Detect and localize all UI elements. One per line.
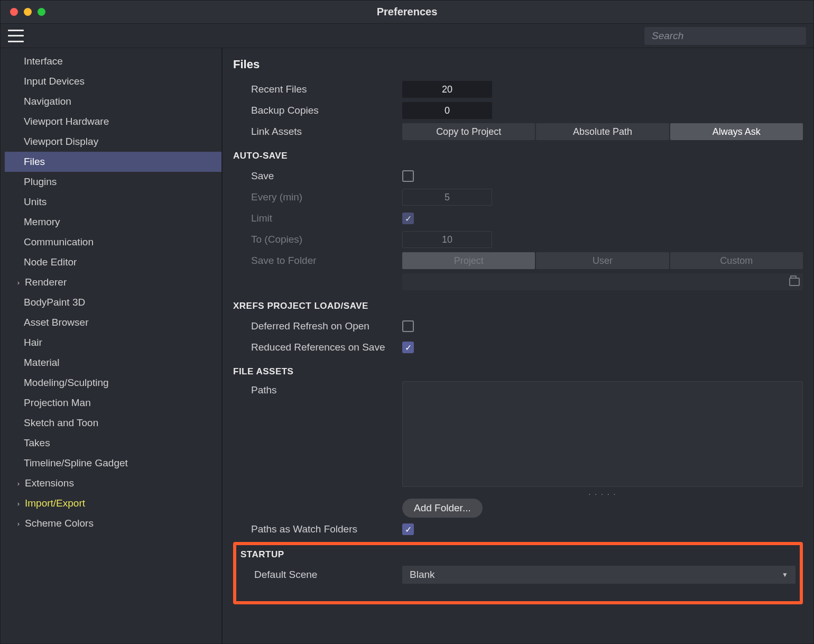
sidebar-item-label: Scheme Colors — [25, 518, 94, 529]
sidebar-item-bodypaint-3d[interactable]: BodyPaint 3D — [5, 292, 221, 312]
sidebar: InterfaceInput DevicesNavigationViewport… — [1, 48, 223, 643]
sidebar-item-label: Plugins — [24, 176, 57, 188]
sidebar-item-projection-man[interactable]: Projection Man — [5, 393, 221, 413]
minimize-window-button[interactable] — [24, 8, 32, 16]
sidebar-item-units[interactable]: Units — [5, 192, 221, 212]
xrefs-deferred-label: Deferred Refresh on Open — [233, 320, 397, 332]
sidebar-item-label: Modeling/Sculpting — [24, 377, 109, 389]
sidebar-item-label: Communication — [24, 236, 94, 248]
xrefs-deferred-checkbox[interactable] — [402, 320, 414, 332]
sidebar-item-label: Hair — [24, 337, 42, 348]
backup-copies-input[interactable] — [402, 102, 492, 119]
sidebar-item-import-export[interactable]: ›Import/Export — [5, 493, 221, 513]
xrefs-reduced-label: Reduced References on Save — [233, 342, 397, 353]
startup-head: STARTUP — [240, 549, 796, 560]
sidebar-item-communication[interactable]: Communication — [5, 232, 221, 252]
sidebar-item-files[interactable]: Files — [5, 152, 221, 172]
maximize-window-button[interactable] — [38, 8, 45, 16]
link-assets-label: Link Assets — [233, 126, 397, 137]
backup-copies-label: Backup Copies — [233, 105, 397, 116]
sidebar-item-label: Viewport Display — [24, 136, 98, 148]
chevron-down-icon: ▼ — [782, 571, 788, 578]
chevron-right-icon: › — [14, 279, 23, 287]
seg-project[interactable]: Project — [402, 252, 535, 269]
sidebar-item-label: Projection Man — [24, 397, 91, 409]
sidebar-item-label: Material — [24, 357, 60, 369]
autosave-every-label: Every (min) — [233, 191, 397, 203]
autosave-limit-label: Limit — [233, 213, 397, 224]
seg-user[interactable]: User — [536, 252, 669, 269]
startup-highlight: STARTUP Default Scene Blank ▼ — [233, 542, 803, 604]
default-scene-label: Default Scene — [240, 569, 397, 581]
sidebar-item-plugins[interactable]: Plugins — [5, 172, 221, 192]
recent-files-label: Recent Files — [233, 84, 397, 95]
autosave-folder-label: Save to Folder — [233, 255, 397, 266]
sidebar-item-input-devices[interactable]: Input Devices — [5, 71, 221, 91]
paths-listbox[interactable] — [402, 381, 803, 487]
autosave-save-checkbox[interactable] — [402, 170, 414, 182]
resize-handle[interactable]: . . . . . — [402, 488, 803, 496]
sidebar-item-label: Extensions — [25, 477, 74, 489]
menu-icon[interactable] — [8, 30, 24, 42]
close-window-button[interactable] — [10, 8, 18, 16]
toolbar — [1, 24, 813, 48]
sidebar-item-node-editor[interactable]: Node Editor — [5, 252, 221, 272]
sidebar-item-viewport-display[interactable]: Viewport Display — [5, 132, 221, 152]
sidebar-item-label: Memory — [24, 216, 60, 228]
titlebar: Preferences — [1, 1, 813, 24]
sidebar-item-takes[interactable]: Takes — [5, 433, 221, 453]
sidebar-item-viewport-hardware[interactable]: Viewport Hardware — [5, 112, 221, 132]
sidebar-item-label: Timeline/Spline Gadget — [24, 457, 128, 469]
sidebar-item-label: Import/Export — [25, 498, 85, 509]
autosave-head: AUTO-SAVE — [233, 151, 803, 161]
sidebar-item-label: BodyPaint 3D — [24, 297, 85, 308]
sidebar-item-sketch-and-toon[interactable]: Sketch and Toon — [5, 413, 221, 433]
sidebar-item-label: Sketch and Toon — [24, 417, 98, 429]
recent-files-input[interactable] — [402, 81, 492, 98]
sidebar-item-label: Input Devices — [24, 76, 85, 87]
sidebar-item-timeline-spline-gadget[interactable]: Timeline/Spline Gadget — [5, 453, 221, 473]
panel-title: Files — [233, 58, 803, 71]
autosave-tocopies-label: To (Copies) — [233, 234, 397, 245]
default-scene-dropdown[interactable]: Blank ▼ — [402, 566, 796, 584]
sidebar-item-scheme-colors[interactable]: ›Scheme Colors — [5, 513, 221, 533]
autosave-save-label: Save — [233, 170, 397, 182]
paths-label: Paths — [233, 381, 397, 396]
sidebar-item-modeling-sculpting[interactable]: Modeling/Sculpting — [5, 373, 221, 393]
sidebar-item-material[interactable]: Material — [5, 353, 221, 373]
add-folder-button[interactable]: Add Folder... — [402, 499, 483, 518]
autosave-folder-path[interactable] — [402, 273, 803, 290]
sidebar-item-memory[interactable]: Memory — [5, 212, 221, 232]
main-panel: Files Recent Files Backup Copies Link As… — [223, 48, 813, 643]
sidebar-item-interface[interactable]: Interface — [5, 51, 221, 71]
xrefs-reduced-checkbox[interactable]: ✓ — [402, 342, 414, 353]
sidebar-item-label: Files — [24, 156, 45, 168]
seg-absolute-path[interactable]: Absolute Path — [536, 123, 669, 140]
sidebar-item-label: Asset Browser — [24, 317, 88, 328]
seg-always-ask[interactable]: Always Ask — [670, 123, 803, 140]
sidebar-item-label: Viewport Hardware — [24, 116, 109, 127]
sidebar-item-hair[interactable]: Hair — [5, 333, 221, 353]
autosave-every-input[interactable] — [402, 189, 492, 206]
fileassets-head: FILE ASSETS — [233, 366, 803, 377]
sidebar-item-label: Renderer — [25, 277, 67, 288]
sidebar-item-label: Navigation — [24, 96, 71, 107]
window-title: Preferences — [1, 6, 813, 18]
autosave-limit-checkbox[interactable]: ✓ — [402, 213, 414, 224]
search-input[interactable] — [644, 27, 806, 45]
sidebar-item-renderer[interactable]: ›Renderer — [5, 272, 221, 292]
default-scene-value: Blank — [410, 569, 435, 581]
sidebar-item-label: Node Editor — [24, 256, 77, 268]
sidebar-item-asset-browser[interactable]: Asset Browser — [5, 312, 221, 333]
chevron-right-icon: › — [14, 480, 23, 487]
seg-custom[interactable]: Custom — [670, 252, 803, 269]
autosave-tocopies-input[interactable] — [402, 231, 492, 248]
folder-icon — [789, 278, 800, 286]
sidebar-item-navigation[interactable]: Navigation — [5, 91, 221, 112]
seg-copy-to-project[interactable]: Copy to Project — [402, 123, 535, 140]
sidebar-item-extensions[interactable]: ›Extensions — [5, 473, 221, 493]
sidebar-item-label: Interface — [24, 56, 63, 67]
paths-watch-checkbox[interactable]: ✓ — [402, 523, 414, 535]
sidebar-item-label: Takes — [24, 437, 50, 449]
chevron-right-icon: › — [14, 500, 23, 508]
